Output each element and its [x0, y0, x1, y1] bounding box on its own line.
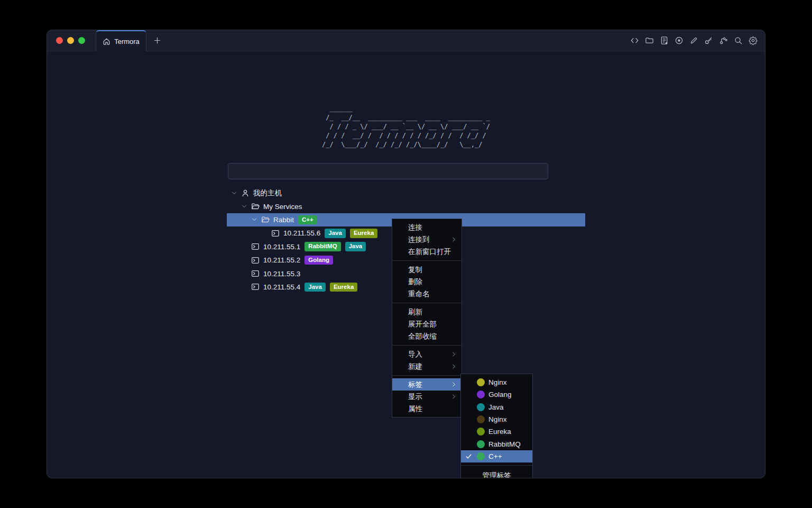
- tag-badge: Golang: [304, 256, 333, 265]
- menu-item[interactable]: 复制: [392, 264, 462, 276]
- menu-item[interactable]: 连接: [392, 221, 462, 233]
- tree-row-label: 10.211.55.6: [283, 229, 320, 237]
- menu-item-label: 标签: [408, 380, 422, 389]
- arrow-right-icon: [451, 364, 457, 369]
- chevron-down-icon: [241, 203, 247, 210]
- menu-item[interactable]: 展开全部: [392, 318, 462, 330]
- menu-item[interactable]: 标签: [392, 378, 462, 391]
- tag-menu-item[interactable]: Java: [461, 401, 532, 413]
- quick-connect-input[interactable]: [228, 163, 548, 179]
- menu-item[interactable]: 显示: [392, 391, 462, 403]
- node-icon-cell: [251, 283, 261, 291]
- terminal-icon: [251, 269, 260, 278]
- check-cell: [465, 441, 473, 448]
- tag-color-dot: [477, 378, 485, 386]
- arrow-right-icon: [451, 382, 457, 387]
- terminal-icon: [251, 283, 260, 291]
- check-icon: [465, 453, 472, 460]
- tab-termora[interactable]: Termora: [96, 30, 146, 51]
- folder-open-icon: [251, 202, 260, 211]
- menu-item-label: 连接到: [408, 235, 430, 244]
- menu-item[interactable]: 连接到: [392, 233, 462, 246]
- plus-icon: [153, 37, 161, 44]
- tree-row-label: 10.211.55.3: [263, 270, 300, 278]
- menu-item[interactable]: 属性: [392, 403, 462, 415]
- tag-menu-item-label: Nginx: [488, 378, 507, 386]
- tag-color-dot: [477, 428, 485, 436]
- menu-item-label: 导入: [408, 350, 422, 359]
- menu-item[interactable]: 删除: [392, 276, 462, 288]
- edit-icon[interactable]: [689, 36, 698, 45]
- tag-menu-item-label: RabbitMQ: [488, 440, 521, 448]
- new-tab-button[interactable]: [146, 30, 168, 51]
- toolbar: [630, 30, 765, 51]
- tag-color-dot: [477, 452, 485, 460]
- keychain-icon[interactable]: [719, 36, 728, 45]
- chevron-cell[interactable]: [241, 203, 251, 210]
- tag-menu-item-label: C++: [488, 452, 502, 460]
- key-icon[interactable]: [704, 36, 713, 45]
- chevron-cell[interactable]: [251, 216, 261, 223]
- minimize-button[interactable]: [67, 37, 74, 44]
- menu-item[interactable]: 导入: [392, 348, 462, 360]
- tree-row-label: 我的主机: [253, 188, 282, 198]
- add-host-button[interactable]: [552, 165, 564, 177]
- tag-menu-item-label: Golang: [488, 391, 512, 398]
- tag-menu-item[interactable]: Golang: [461, 388, 532, 401]
- ascii-logo: ______ /_ __/__ _________ ___ ____ _____…: [322, 104, 490, 149]
- terminal-icon: [251, 242, 260, 251]
- tag-badge: Eureka: [350, 229, 377, 238]
- tree-row-label: 10.211.55.2: [263, 256, 300, 264]
- tree-row[interactable]: 我的主机: [227, 186, 585, 199]
- close-button[interactable]: [56, 37, 63, 44]
- settings-icon[interactable]: [749, 36, 758, 45]
- app-window: Termora ______ /_ __/__ _________ ___ __…: [47, 30, 765, 478]
- node-icon-cell: [251, 202, 261, 211]
- menu-separator: [392, 375, 462, 376]
- main-content: ______ /_ __/__ _________ ___ ____ _____…: [47, 51, 765, 478]
- tag-badge: Java: [325, 229, 346, 238]
- check-cell: [465, 404, 473, 411]
- menu-item-label: 复制: [408, 265, 422, 275]
- tag-menu-item[interactable]: Nginx: [461, 413, 532, 425]
- chevron-down-icon: [231, 190, 237, 196]
- menu-item[interactable]: 新建: [392, 360, 462, 373]
- tag-menu-item-label: Java: [488, 403, 504, 411]
- user-icon: [241, 189, 250, 197]
- maximize-button[interactable]: [78, 37, 85, 44]
- tree-row[interactable]: My Services: [227, 199, 585, 213]
- tag-menu-item[interactable]: Nginx: [461, 376, 532, 388]
- arrow-right-icon: [451, 351, 457, 357]
- window-controls: [47, 30, 96, 51]
- code-icon[interactable]: [630, 36, 639, 45]
- context-menu: 连接连接到在新窗口打开复制删除重命名刷新展开全部全部收缩导入新建标签显示属性: [392, 219, 462, 418]
- tag-badge: Eureka: [330, 283, 357, 292]
- node-icon-cell: [261, 215, 271, 224]
- log-icon[interactable]: [660, 36, 669, 45]
- menu-item[interactable]: 刷新: [392, 306, 462, 318]
- tag-menu-item[interactable]: C++: [461, 450, 532, 462]
- home-icon: [103, 38, 110, 46]
- chevron-cell[interactable]: [231, 190, 241, 196]
- folder-icon[interactable]: [645, 36, 654, 45]
- check-cell: [465, 428, 473, 435]
- record-icon[interactable]: [675, 36, 684, 45]
- tree-row-label: 10.211.55.1: [263, 243, 300, 251]
- tree-row-label: My Services: [263, 203, 302, 211]
- menu-item[interactable]: 在新窗口打开: [392, 246, 462, 258]
- menu-item[interactable]: 全部收缩: [392, 330, 462, 342]
- menu-item-label: 重命名: [408, 289, 430, 299]
- check-cell: [465, 453, 473, 460]
- arrow-right-icon: [451, 237, 457, 242]
- menu-item-label: 刷新: [408, 307, 422, 317]
- menu-item[interactable]: 重命名: [392, 288, 462, 300]
- menu-item-label: 连接: [408, 223, 422, 232]
- tag-menu-item[interactable]: Eureka: [461, 425, 532, 438]
- search-icon[interactable]: [734, 36, 743, 45]
- folder-open-icon: [261, 215, 270, 224]
- menu-separator: [392, 260, 462, 261]
- tag-menu-item[interactable]: RabbitMQ: [461, 438, 532, 450]
- menu-item-label: 属性: [408, 404, 422, 414]
- manage-tags-item[interactable]: 管理标签: [461, 468, 532, 478]
- collapse-all-button[interactable]: [571, 165, 583, 177]
